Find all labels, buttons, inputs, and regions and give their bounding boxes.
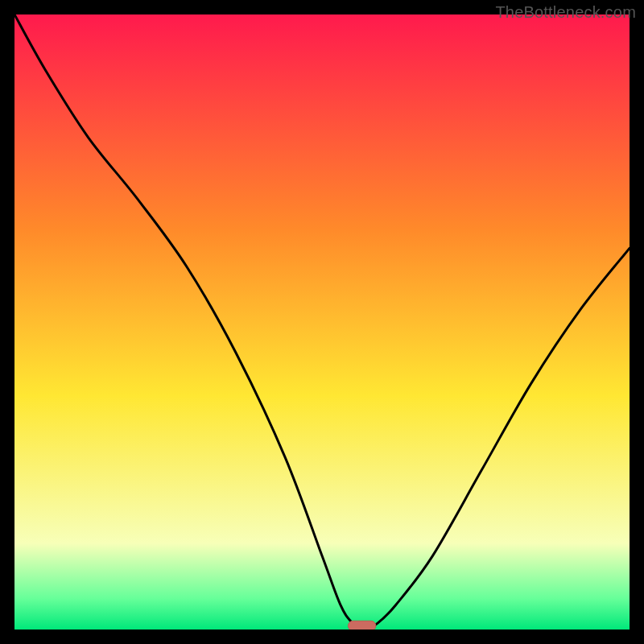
plot-area	[14, 14, 630, 630]
bottleneck-chart	[14, 14, 630, 630]
gradient-background	[14, 14, 630, 630]
watermark-text: TheBottleneck.com	[495, 3, 636, 22]
optimal-marker	[348, 621, 375, 630]
chart-frame: TheBottleneck.com	[0, 0, 644, 644]
